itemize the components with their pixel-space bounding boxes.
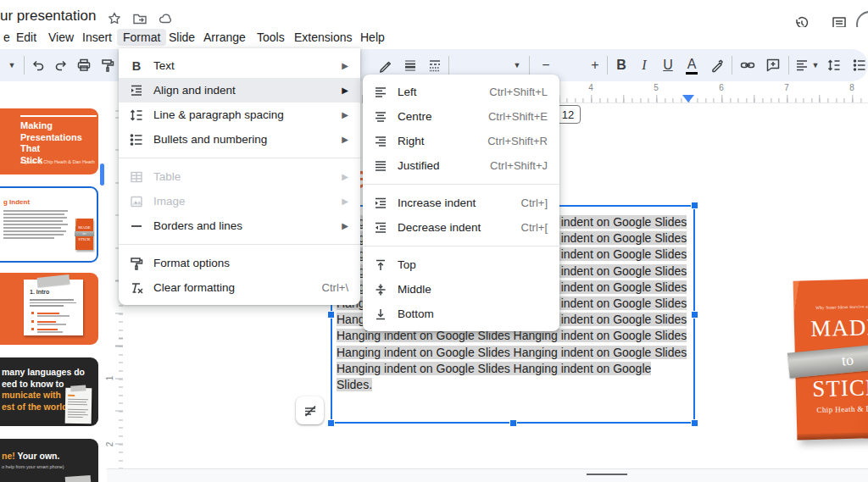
autofit-icon	[303, 403, 318, 418]
bold-text-icon: B	[129, 58, 144, 74]
handle-bottom-left[interactable]	[328, 420, 334, 426]
text-color-button[interactable]: A	[682, 55, 702, 75]
align-left-icon	[373, 85, 388, 100]
document-title[interactable]: ur presentation	[0, 8, 96, 25]
border-weight-button[interactable]	[400, 55, 420, 75]
font-family-caret[interactable]: ▼	[507, 55, 527, 75]
submenu-item-right[interactable]: RightCtrl+Shift+R	[363, 129, 559, 153]
menu-tools[interactable]: Tools	[251, 29, 291, 46]
format-options-icon	[129, 256, 144, 271]
borders-lines-icon	[129, 219, 144, 234]
tape-graphic	[65, 475, 92, 482]
submenu-arrow-icon: ▶	[342, 135, 348, 144]
made-to-stick-book-image[interactable]: Why Some Ideas Survive and Ot MADE to ST…	[793, 278, 868, 440]
handle-middle-right[interactable]	[692, 312, 698, 318]
submenu-item-top[interactable]: Top	[363, 252, 559, 277]
menu-item-format-options[interactable]: Format options	[119, 251, 360, 275]
menu-format[interactable]: Format	[117, 29, 166, 46]
italic-button[interactable]: I	[634, 55, 654, 75]
undo-button[interactable]	[28, 55, 48, 75]
cloud-status-icon[interactable]	[158, 11, 173, 26]
submenu-arrow-icon: ▶	[342, 110, 348, 119]
menu-item-clear-formatting[interactable]: Clear formattingCtrl+\	[119, 275, 360, 300]
align-bottom-icon	[373, 307, 388, 322]
highlight-color-button[interactable]	[707, 55, 727, 75]
submenu-item-middle[interactable]: Middle	[363, 277, 559, 302]
submenu-item-increase-indent[interactable]: Increase indentCtrl+]	[363, 191, 559, 215]
align-middle-icon	[373, 282, 388, 297]
add-comment-button[interactable]	[763, 55, 783, 75]
menu-insert[interactable]: Insert	[76, 29, 118, 46]
indent-marker[interactable]	[682, 95, 694, 102]
bulleted-list-button[interactable]	[849, 55, 868, 75]
menu-item-bullets-and-numbering[interactable]: Bullets and numbering▶	[119, 127, 360, 152]
notes-resize-handle[interactable]	[587, 474, 627, 475]
more-tools-caret[interactable]: ▼	[2, 55, 22, 75]
redo-button[interactable]	[51, 55, 71, 75]
title-bar: ur presentation	[0, 0, 868, 27]
slide-thumbnail-5[interactable]: ne! Your own. o help from your smart pho…	[0, 439, 98, 482]
decrease-indent-icon	[373, 220, 388, 235]
bold-button[interactable]: B	[611, 55, 632, 75]
menu-item-borders-and-lines[interactable]: Borders and lines▶	[119, 213, 360, 238]
clear-formatting-icon	[129, 280, 144, 296]
mini-book-image: MADE to STICK	[75, 219, 93, 250]
line-spacing-button[interactable]	[824, 55, 844, 75]
submenu-arrow-icon: ▶	[342, 172, 348, 181]
line-spacing-icon	[129, 108, 144, 123]
tape-graphic	[37, 274, 70, 287]
menu-slide[interactable]: Slide	[163, 29, 201, 46]
increase-font-size-button[interactable]: +	[585, 55, 605, 75]
menu-view[interactable]: View	[42, 29, 80, 46]
menu-item-image[interactable]: Image▶	[119, 189, 360, 213]
handle-top-right[interactable]	[692, 202, 698, 208]
print-button[interactable]	[74, 55, 94, 75]
align-right-icon	[373, 134, 388, 149]
slide-thumbnail-1[interactable]: Making Presentations That Stick A guide …	[0, 108, 98, 175]
align-justify-icon	[373, 158, 388, 174]
menu-item-text[interactable]: B Text▶	[119, 53, 360, 78]
pen-color-button[interactable]	[376, 55, 396, 75]
align-top-icon	[373, 258, 388, 273]
submenu-item-bottom[interactable]: Bottom	[363, 302, 559, 326]
underline-button[interactable]: U	[658, 55, 678, 75]
align-centre-icon	[373, 109, 388, 125]
autofit-options-button[interactable]	[296, 396, 324, 424]
menu-edit[interactable]: Edit	[10, 29, 42, 46]
handle-middle-left[interactable]	[328, 312, 334, 318]
menu-extensions[interactable]: Extensions	[288, 29, 358, 46]
submenu-arrow-icon: ▶	[342, 221, 348, 230]
menu-help[interactable]: Help	[354, 29, 391, 46]
note-card-graphic	[65, 388, 92, 424]
slide-thumbnail-2-selected[interactable]: g Indent MADE to STICK	[0, 186, 98, 263]
insert-link-button[interactable]	[737, 55, 758, 75]
menu-item-line-paragraph-spacing[interactable]: Line & paragraph spacing▶	[119, 102, 360, 127]
handle-bottom-right[interactable]	[692, 420, 698, 426]
align-caret[interactable]: ▼	[810, 55, 821, 75]
border-dash-button[interactable]	[425, 55, 445, 75]
submenu-item-justified[interactable]: JustifiedCtrl+Shift+J	[363, 153, 559, 178]
align-indent-submenu: LeftCtrl+Shift+L CentreCtrl+Shift+E Righ…	[363, 75, 559, 331]
move-folder-icon[interactable]	[132, 11, 147, 26]
speaker-notes-divider	[107, 468, 868, 482]
submenu-item-decrease-indent[interactable]: Decrease indentCtrl+[	[363, 215, 559, 240]
decrease-font-size-button[interactable]: −	[536, 55, 556, 75]
menu-bar: e Edit View Insert Format Slide Arrange …	[0, 27, 868, 48]
menu-arrange[interactable]: Arrange	[198, 29, 252, 46]
paint-format-button[interactable]	[97, 55, 118, 75]
submenu-arrow-icon: ▶	[342, 61, 348, 70]
menu-item-align-and-indent[interactable]: Align and indent▶	[119, 78, 360, 102]
slide-thumbnail-4[interactable]: many languages do eed to know to municat…	[0, 357, 98, 426]
table-icon	[129, 169, 144, 185]
tape-graphic: to	[787, 341, 868, 378]
align-indent-icon	[129, 83, 144, 98]
filmstrip-scrollbar[interactable]	[100, 163, 104, 186]
submenu-item-left[interactable]: LeftCtrl+Shift+L	[363, 80, 559, 104]
submenu-item-centre[interactable]: CentreCtrl+Shift+E	[363, 104, 559, 129]
handle-bottom-middle[interactable]	[510, 420, 516, 426]
image-icon	[129, 194, 144, 209]
menu-item-table[interactable]: Table▶	[119, 164, 360, 189]
submenu-arrow-icon: ▶	[342, 86, 348, 95]
slide-thumbnail-3[interactable]: 1. Intro	[0, 273, 98, 345]
star-icon[interactable]	[107, 11, 122, 26]
